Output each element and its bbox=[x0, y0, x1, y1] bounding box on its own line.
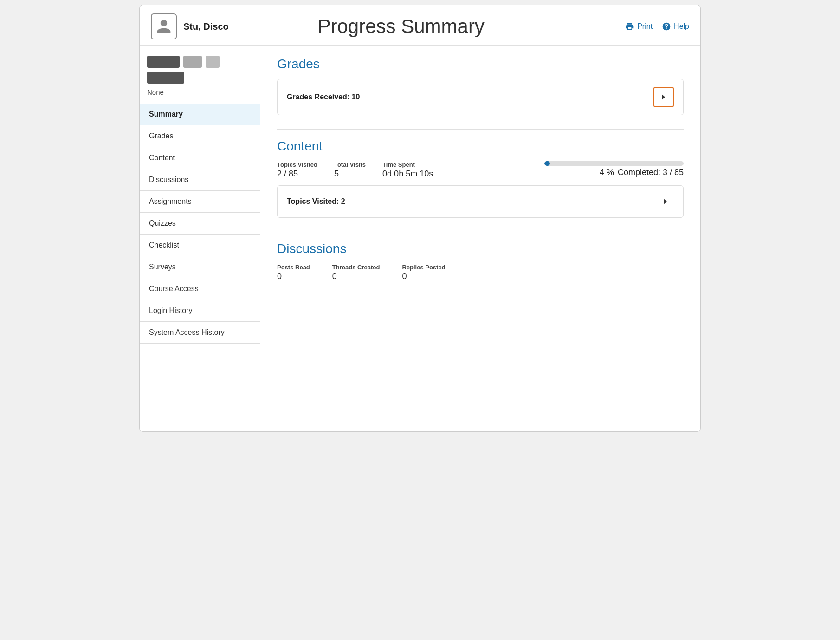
sidebar-link-surveys[interactable]: Surveys bbox=[140, 256, 260, 278]
progress-text: 4 % Completed: 3 / 85 bbox=[600, 168, 684, 177]
print-label: Print bbox=[637, 22, 653, 31]
avatar bbox=[151, 13, 177, 39]
header-actions: Print Help bbox=[625, 22, 689, 31]
topics-visited-value: 2 / 85 bbox=[277, 169, 317, 179]
body-layout: None SummaryGradesContentDiscussionsAssi… bbox=[140, 46, 700, 431]
topics-visited-stat: Topics Visited 2 / 85 bbox=[277, 161, 317, 179]
sidebar-link-summary[interactable]: Summary bbox=[140, 104, 260, 125]
chevron-right-icon-2 bbox=[661, 197, 670, 206]
sidebar-none-label: None bbox=[147, 87, 252, 100]
divider-2 bbox=[277, 232, 684, 232]
user-name: Stu, Disco bbox=[183, 21, 229, 32]
threads-created-label: Threads Created bbox=[332, 264, 380, 271]
sidebar-dropdown-4[interactable] bbox=[147, 72, 184, 84]
content-title: Content bbox=[277, 139, 684, 154]
sidebar-item-system-access-history[interactable]: System Access History bbox=[140, 322, 260, 344]
sidebar-link-checklist[interactable]: Checklist bbox=[140, 235, 260, 256]
content-card: Topics Visited: 2 bbox=[277, 185, 684, 218]
time-spent-value: 0d 0h 5m 10s bbox=[382, 169, 433, 179]
time-spent-label: Time Spent bbox=[382, 161, 433, 168]
sidebar-dropdowns bbox=[147, 56, 252, 68]
sidebar-item-discussions[interactable]: Discussions bbox=[140, 169, 260, 191]
sidebar-item-surveys[interactable]: Surveys bbox=[140, 256, 260, 278]
sidebar-dropdown-1[interactable] bbox=[147, 56, 180, 68]
sidebar-link-course-access[interactable]: Course Access bbox=[140, 278, 260, 300]
content-expand-button[interactable] bbox=[657, 193, 674, 210]
posts-read-label: Posts Read bbox=[277, 264, 310, 271]
sidebar-item-quizzes[interactable]: Quizzes bbox=[140, 213, 260, 235]
sidebar-link-content[interactable]: Content bbox=[140, 147, 260, 169]
discussions-stats: Posts Read 0 Threads Created 0 Replies P… bbox=[277, 264, 684, 281]
app-window: Stu, Disco Progress Summary Print Help bbox=[139, 5, 701, 432]
content-stats: Topics Visited 2 / 85 Total Visits 5 Tim… bbox=[277, 161, 684, 179]
chevron-right-icon bbox=[659, 93, 668, 101]
replies-posted-value: 0 bbox=[402, 272, 445, 281]
sidebar-link-quizzes[interactable]: Quizzes bbox=[140, 213, 260, 234]
sidebar-dropdown-2[interactable] bbox=[183, 56, 202, 68]
sidebar-link-system-access-history[interactable]: System Access History bbox=[140, 322, 260, 343]
sidebar-item-grades[interactable]: Grades bbox=[140, 125, 260, 147]
user-icon bbox=[155, 18, 172, 35]
total-visits-label: Total Visits bbox=[334, 161, 366, 168]
header: Stu, Disco Progress Summary Print Help bbox=[140, 5, 700, 46]
grades-expand-button[interactable] bbox=[653, 87, 674, 107]
divider-1 bbox=[277, 129, 684, 130]
sidebar-link-grades[interactable]: Grades bbox=[140, 125, 260, 147]
posts-read-stat: Posts Read 0 bbox=[277, 264, 310, 281]
sidebar-dropdown-3[interactable] bbox=[206, 56, 220, 68]
discussions-title: Discussions bbox=[277, 242, 684, 256]
topics-visited-label: Topics Visited bbox=[277, 161, 317, 168]
help-button[interactable]: Help bbox=[662, 22, 689, 31]
threads-created-stat: Threads Created 0 bbox=[332, 264, 380, 281]
content-section: Content Topics Visited 2 / 85 Total Visi… bbox=[277, 139, 684, 218]
content-card-label: Topics Visited: 2 bbox=[287, 197, 345, 206]
sidebar: None SummaryGradesContentDiscussionsAssi… bbox=[140, 46, 260, 431]
sidebar-link-discussions[interactable]: Discussions bbox=[140, 169, 260, 190]
completed-label: Completed: 3 / 85 bbox=[618, 168, 684, 177]
progress-bar-fill bbox=[544, 161, 550, 166]
page-title: Progress Summary bbox=[299, 15, 484, 38]
print-icon bbox=[625, 22, 634, 31]
content-progress-group: 4 % Completed: 3 / 85 bbox=[544, 161, 684, 177]
sidebar-item-assignments[interactable]: Assignments bbox=[140, 191, 260, 213]
posts-read-value: 0 bbox=[277, 272, 310, 281]
sidebar-item-course-access[interactable]: Course Access bbox=[140, 278, 260, 300]
sidebar-item-content[interactable]: Content bbox=[140, 147, 260, 169]
help-icon bbox=[662, 22, 671, 31]
grades-card: Grades Received: 10 bbox=[277, 79, 684, 115]
help-label: Help bbox=[674, 22, 689, 31]
sidebar-nav: SummaryGradesContentDiscussionsAssignmen… bbox=[140, 104, 260, 344]
main-content: Grades Grades Received: 10 Content Topi bbox=[260, 46, 700, 431]
threads-created-value: 0 bbox=[332, 272, 380, 281]
replies-posted-label: Replies Posted bbox=[402, 264, 445, 271]
grades-title: Grades bbox=[277, 57, 684, 72]
sidebar-link-login-history[interactable]: Login History bbox=[140, 300, 260, 321]
sidebar-link-assignments[interactable]: Assignments bbox=[140, 191, 260, 212]
replies-posted-stat: Replies Posted 0 bbox=[402, 264, 445, 281]
progress-bar-container bbox=[544, 161, 684, 166]
sidebar-item-summary[interactable]: Summary bbox=[140, 104, 260, 125]
print-button[interactable]: Print bbox=[625, 22, 653, 31]
sidebar-item-checklist[interactable]: Checklist bbox=[140, 235, 260, 256]
total-visits-stat: Total Visits 5 bbox=[334, 161, 366, 179]
grades-section: Grades Grades Received: 10 bbox=[277, 57, 684, 115]
discussions-section: Discussions Posts Read 0 Threads Created… bbox=[277, 242, 684, 281]
progress-pct: 4 % bbox=[600, 168, 614, 177]
sidebar-controls: None bbox=[140, 50, 260, 104]
grades-card-label: Grades Received: 10 bbox=[287, 93, 360, 101]
time-spent-stat: Time Spent 0d 0h 5m 10s bbox=[382, 161, 433, 179]
total-visits-value: 5 bbox=[334, 169, 366, 179]
sidebar-item-login-history[interactable]: Login History bbox=[140, 300, 260, 322]
